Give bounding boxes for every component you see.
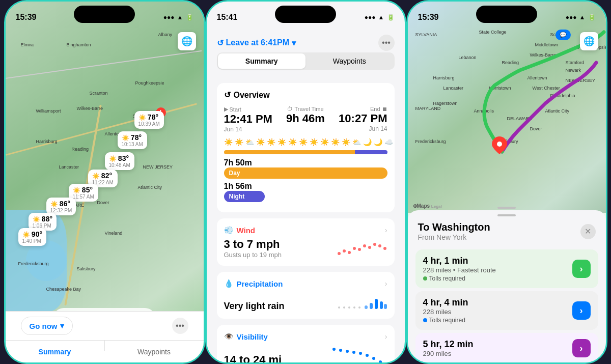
vis-header: 👁️ Visibility ›	[224, 332, 387, 341]
svg-point-28	[497, 142, 502, 147]
route-time-2: 4 hr, 4 min	[423, 297, 572, 308]
more-dots-button[interactable]: •••	[378, 35, 395, 51]
route-details-2: 228 miles	[423, 308, 572, 316]
route-option-2[interactable]: 4 hr, 4 min 228 miles Tolls required ›	[415, 291, 598, 330]
precip-amount: Very light rain	[224, 301, 285, 312]
svg-point-10	[338, 306, 340, 309]
svg-point-8	[378, 244, 381, 247]
end-col: End ⏹ 10:27 PM Jun 14	[334, 106, 387, 133]
travel-label: ⏱ Travel Time	[287, 106, 323, 112]
svg-point-3	[353, 247, 356, 250]
wind-card: 💨 Wind › 3 to 7 mph Gusts up to 19 mph	[217, 218, 395, 266]
wind-header: 💨 Wind ›	[224, 226, 387, 235]
route-badge-1: Tolls required	[423, 275, 572, 282]
status-icons-3: ●●● ▲ 🔋	[566, 14, 596, 21]
leave-at-button[interactable]: ↺ Leave at 6:41PM ▾	[217, 38, 296, 48]
svg-rect-19	[384, 304, 387, 309]
route-time-1: 4 hr, 1 min	[423, 256, 572, 266]
route-info-3: 5 hr, 12 min 290 miles	[423, 339, 572, 357]
start-col: ▶ Start 12:41 PM Jun 14	[224, 106, 277, 133]
route-svg	[408, 2, 606, 213]
svg-point-5	[363, 244, 366, 247]
route-option-3[interactable]: 5 hr, 12 min 290 miles ›	[415, 333, 598, 362]
time-2: 15:41	[217, 13, 238, 22]
go-now-button[interactable]: Go now ▾	[21, 317, 73, 335]
weather-card-1: ☀️ 78° 10:13 AM	[118, 131, 147, 149]
svg-point-26	[372, 357, 375, 360]
tab-row-1: Summary Waypoints	[6, 340, 204, 362]
svg-point-11	[343, 306, 345, 309]
wind-chart-svg	[337, 238, 387, 259]
svg-point-12	[348, 306, 350, 309]
globe-button[interactable]: 🌐	[178, 32, 196, 50]
overview-card: ↺ Overview ▶ Start 12:41 PM Jun 14 ⏱ Tra…	[217, 83, 395, 212]
start-label: ▶ Start	[224, 106, 277, 113]
route-details-3: 290 miles	[423, 350, 572, 357]
tab-summary-1[interactable]: Summary	[6, 341, 104, 362]
wind-title: 💨 Wind	[224, 226, 256, 235]
precipitation-card: 💧 Precipitation › Very light rain	[217, 272, 395, 319]
travel-time: 9h 46m	[286, 112, 325, 125]
day-track: Day	[224, 167, 387, 179]
wind-chart	[337, 238, 387, 259]
day-bar: 7h 50m Day	[224, 158, 387, 179]
precip-title: 💧 Precipitation	[224, 279, 283, 288]
wind-body: 3 to 7 mph Gusts up to 19 mph	[224, 238, 387, 259]
overview-grid: ▶ Start 12:41 PM Jun 14 ⏱ Travel Time 9h…	[224, 106, 387, 133]
route-time-3: 5 hr, 12 min	[423, 339, 572, 350]
weather-icons-row: ☀️☀️⛅☀️☀️☀️☀️☀️☀️☀️☀️☀️⛅🌙🌙☁️	[224, 138, 387, 146]
go-button-1[interactable]: ›	[572, 260, 591, 278]
vis-title: 👁️ Visibility	[224, 332, 268, 341]
start-date: Jun 14	[224, 126, 277, 133]
globe-button-3[interactable]: 🌐	[580, 32, 598, 50]
go-button-3[interactable]: ›	[572, 339, 591, 357]
svg-point-23	[352, 351, 355, 354]
phone2-content: ↺ Overview ▶ Start 12:41 PM Jun 14 ⏱ Tra…	[207, 75, 405, 362]
destination-sub: From New York	[418, 233, 490, 241]
go-now-row: Go now ▾ •••	[6, 311, 204, 340]
svg-point-0	[338, 252, 341, 255]
svg-point-2	[348, 251, 351, 254]
time-1: 15:39	[16, 13, 37, 22]
weather-card-0: ☀️ 78° 10:39 AM	[134, 111, 164, 129]
destination-header: To Washington From New York ✕	[408, 216, 606, 246]
precip-chart	[337, 291, 387, 312]
svg-rect-18	[380, 301, 383, 309]
dynamic-island-1	[74, 6, 135, 23]
badge-dot-2	[423, 318, 427, 322]
svg-rect-15	[365, 305, 368, 309]
vis-chevron: ›	[385, 332, 387, 341]
overview-title: ↺ Overview	[224, 90, 387, 100]
phone3-bottom-sheet: To Washington From New York ✕ 4 hr, 1 mi…	[408, 210, 606, 362]
destination-title: To Washington	[418, 221, 490, 233]
tab-waypoints-2[interactable]: Waypoints	[306, 53, 394, 69]
close-button[interactable]: ✕	[580, 224, 596, 239]
route-info-1: 4 hr, 1 min 228 miles • Fastest route To…	[423, 256, 572, 282]
more-button-1[interactable]: •••	[172, 318, 188, 334]
dynamic-island-3	[476, 6, 537, 23]
wind-speed: 3 to 7 mph	[224, 238, 282, 251]
night-track: Night	[224, 191, 265, 202]
start-time: 12:41 PM	[224, 113, 277, 126]
weather-card-2: ☀️ 83° 10:48 AM	[105, 152, 134, 170]
destination-pin	[492, 136, 507, 156]
tab-summary-2[interactable]: Summary	[218, 53, 306, 69]
go-button-2[interactable]: ›	[572, 301, 591, 320]
svg-point-14	[358, 306, 360, 309]
map-3[interactable]: SYLVANIA State College Scranton Middleto…	[408, 2, 606, 213]
visibility-card: 👁️ Visibility › 14 to 24 mi	[217, 325, 395, 362]
svg-point-22	[346, 350, 349, 353]
precip-chart-svg	[337, 286, 387, 312]
tab-waypoints-1[interactable]: Waypoints	[105, 341, 204, 362]
end-label: End ⏹	[370, 106, 387, 112]
route-option-1[interactable]: 4 hr, 1 min 228 miles • Fastest route To…	[415, 249, 598, 288]
end-time: 10:27 PM	[339, 112, 387, 125]
svg-point-21	[339, 349, 342, 352]
svg-point-25	[366, 354, 369, 357]
dynamic-island-2	[275, 6, 336, 23]
message-bubble: 💬	[556, 30, 571, 40]
phone2-tabs: Summary Waypoints	[217, 52, 395, 70]
wind-chevron: ›	[385, 226, 387, 234]
bottom-nav-1: Go now ▾ ••• Summary Waypoints	[6, 311, 204, 362]
time-3: 15:39	[418, 13, 439, 22]
